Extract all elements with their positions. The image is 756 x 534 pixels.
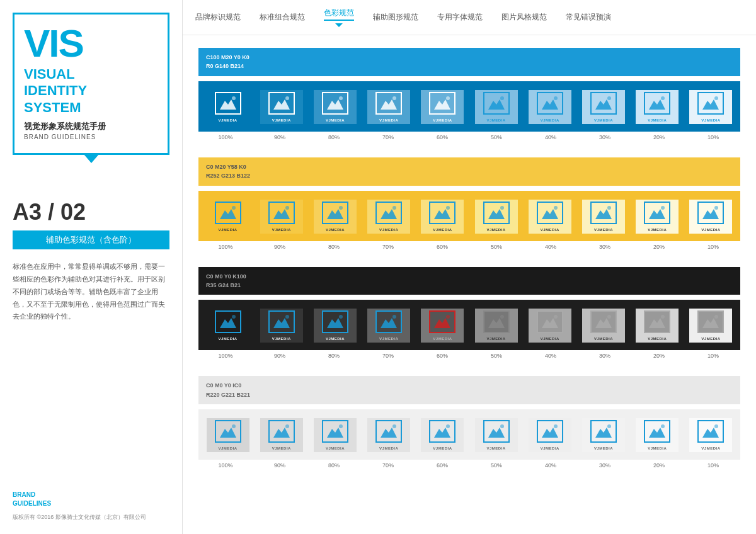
vjmedia-icon [483,202,510,227]
pct-label: 90% [253,462,307,469]
vjmedia-label: VJMEDIA [701,337,720,341]
color-header-yellow: C0 M20 Y58 K0R252 G213 B122 [198,157,740,186]
svg-rect-27 [698,93,723,114]
svg-point-38 [339,206,343,210]
swatch-cell: VJMEDIA [201,197,255,236]
brand-guidelines-footer: BRANDGUIDELINES [13,491,146,508]
vjmedia-icon [697,420,724,445]
vjmedia-label: VJMEDIA [594,228,613,232]
swatch-cell: VJMEDIA [469,306,523,345]
vjmedia-icon [268,202,295,227]
pct-label: 40% [524,462,578,469]
vjmedia-icon [322,420,348,445]
swatch-cell: VJMEDIA [308,306,362,345]
swatch-cell: VJMEDIA [576,306,630,345]
swatch-cell: VJMEDIA [255,197,308,236]
svg-rect-111 [591,421,616,442]
logo-box: VJMEDIA [636,90,679,124]
vjmedia-label: VJMEDIA [379,337,398,341]
svg-point-110 [554,424,558,428]
svg-point-92 [232,424,236,428]
svg-point-71 [392,315,396,319]
swatch-cell: VJMEDIA [201,88,255,127]
nav-item-graphic[interactable]: 辅助图形规范 [373,12,418,23]
svg-point-104 [446,424,450,428]
svg-point-74 [446,315,450,319]
swatch-cell: VJMEDIA [631,88,684,127]
vjmedia-icon [483,310,510,336]
vjmedia-icon [590,310,617,336]
pct-label: 30% [578,244,632,250]
nav-item-brand[interactable]: 品牌标识规范 [195,12,241,23]
swatch-cell: VJMEDIA [308,88,362,127]
vjmedia-label: VJMEDIA [541,118,559,122]
swatch-cell: VJMEDIA [523,306,576,345]
svg-rect-54 [644,202,670,224]
swatch-cell: VJMEDIA [416,416,469,455]
page-number: A3 / 02 [13,199,169,225]
vjmedia-icon [483,420,510,445]
swatch-cell: VJMEDIA [631,306,684,345]
svg-point-80 [554,315,558,319]
logo-box: VJMEDIA [314,200,357,234]
nav-item-combo[interactable]: 标准组合规范 [260,12,305,23]
vjmedia-label: VJMEDIA [326,228,345,232]
pct-label: 70% [361,353,415,359]
swatches-row-black: VJMEDIA VJMEDIA VJMEDIA VJMEDIA [198,300,740,350]
nav-item-font[interactable]: 专用字体规范 [437,12,483,23]
color-content-area: C100 M20 Y0 K0R0 G140 B214 VJMEDIA VJMED… [183,35,756,498]
nav-item-color[interactable]: 色彩规范 [324,8,354,21]
svg-rect-117 [698,421,723,442]
svg-point-101 [392,424,396,428]
pct-label: 20% [632,462,686,469]
swatch-cell: VJMEDIA [684,197,738,236]
vjmedia-icon [215,202,241,227]
vjmedia-label: VJMEDIA [433,337,452,341]
svg-point-77 [500,315,504,319]
vjmedia-label: VJMEDIA [433,228,452,232]
vjmedia-icon [429,202,455,227]
color-section-black: C0 M0 Y0 K100R35 G24 B21 VJMEDIA VJMEDIA… [198,267,740,361]
pct-label: 20% [632,244,686,250]
logo-box: VJMEDIA [475,90,518,124]
logo-box: VJMEDIA [475,200,518,234]
pct-label: 100% [198,353,253,359]
vjmedia-label: VJMEDIA [379,228,398,232]
pct-label: 60% [415,244,469,250]
logo-box: VJMEDIA [207,418,249,452]
swatch-cell: VJMEDIA [362,306,416,345]
vjmedia-icon [537,202,563,227]
svg-point-56 [661,206,665,210]
vjmedia-label: VJMEDIA [219,118,238,122]
nav-item-errors[interactable]: 常见错误预演 [566,12,611,23]
vjmedia-icon [644,420,670,445]
pct-label: 70% [361,244,415,250]
svg-point-98 [339,424,343,428]
pct-label: 80% [307,353,361,359]
pct-label: 100% [198,462,253,469]
pct-label: 30% [578,134,632,140]
vjmedia-icon [268,420,295,445]
svg-rect-24 [644,93,670,114]
logo-box: VJMEDIA [314,90,357,124]
vjmedia-icon [375,420,402,445]
vjmedia-label: VJMEDIA [272,118,291,122]
vjmedia-label: VJMEDIA [487,118,506,122]
color-section-blue: C100 M20 Y0 K0R0 G140 B214 VJMEDIA VJMED… [198,48,740,142]
svg-rect-18 [537,93,563,114]
nav-item-photo[interactable]: 图片风格规范 [501,12,547,23]
svg-point-14 [446,96,450,100]
logo-box: VJMEDIA [689,309,732,343]
pct-label: 50% [469,353,524,359]
svg-point-35 [285,206,289,210]
pct-label: 50% [469,134,524,140]
svg-rect-48 [537,202,563,224]
vjmedia-label: VJMEDIA [326,446,345,450]
swatch-cell: VJMEDIA [416,306,469,345]
logo-box: VJMEDIA [260,309,303,343]
svg-rect-72 [430,311,455,332]
vjmedia-label: VJMEDIA [272,446,291,450]
svg-point-41 [392,206,396,210]
vjmedia-icon [697,202,724,227]
vjmedia-label: VJMEDIA [648,118,667,122]
